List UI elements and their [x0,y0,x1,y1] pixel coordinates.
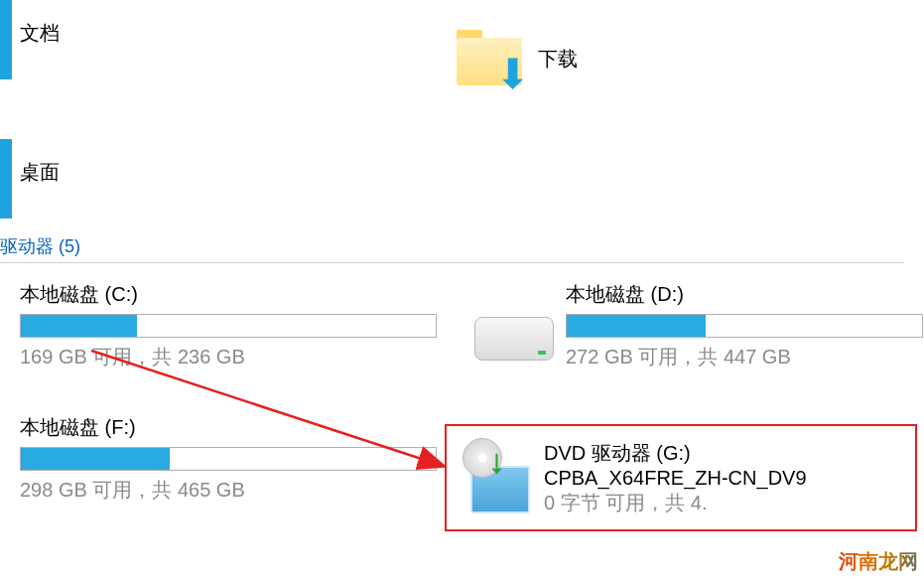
hdd-icon [474,303,554,361]
drive-name: 本地磁盘 (D:) [566,281,923,308]
folder-documents[interactable]: 文档 [20,20,60,47]
capacity-bar [566,314,923,338]
capacity-bar [20,447,437,471]
dvd-volume-label: CPBA_X64FRE_ZH-CN_DV9 [544,467,807,490]
folder-label: 下载 [538,46,578,73]
drive-name: 本地磁盘 (F:) [20,414,437,441]
drives-section-header[interactable]: 驱动器 (5) [0,228,904,263]
drive-stats: 298 GB 可用，共 465 GB [20,477,437,504]
drive-d[interactable]: 本地磁盘 (D:) 272 GB 可用，共 447 GB [566,281,923,370]
drive-c[interactable]: 本地磁盘 (C:) 169 GB 可用，共 236 GB [20,281,437,370]
capacity-used [567,315,706,337]
dvd-text: DVD 驱动器 (G:) CPBA_X64FRE_ZH-CN_DV9 0 字节 … [544,440,807,516]
downloads-folder-icon: ⬇ [457,30,526,87]
folder-label: 文档 [20,20,60,47]
folders-area: 文档 ⬇ 下载 桌面 [0,0,924,228]
dvd-stats: 0 字节 可用，共 4. [544,490,807,516]
watermark: 河南龙网 [839,548,918,575]
folder-desktop[interactable]: 桌面 [20,159,60,186]
drive-f[interactable]: 本地磁盘 (F:) 298 GB 可用，共 465 GB [20,414,437,504]
drives-area: 本地磁盘 (C:) 169 GB 可用，共 236 GB 本地磁盘 (D:) 2… [0,269,924,281]
drive-stats: 272 GB 可用，共 447 GB [566,344,923,370]
dvd-drive-icon: ↓ [466,440,530,513]
drive-g-dvd[interactable]: ↓ DVD 驱动器 (G:) CPBA_X64FRE_ZH-CN_DV9 0 字… [455,430,819,526]
capacity-used [21,448,170,470]
documents-tile-accent [0,0,12,79]
folder-downloads[interactable]: ⬇ 下载 [457,30,578,87]
drive-name: 本地磁盘 (C:) [20,281,437,308]
folder-label: 桌面 [20,159,60,186]
capacity-bar [20,314,437,338]
desktop-tile-accent [0,139,12,219]
drive-stats: 169 GB 可用，共 236 GB [20,344,437,370]
dvd-name: DVD 驱动器 (G:) [544,440,807,467]
capacity-used [21,315,137,337]
